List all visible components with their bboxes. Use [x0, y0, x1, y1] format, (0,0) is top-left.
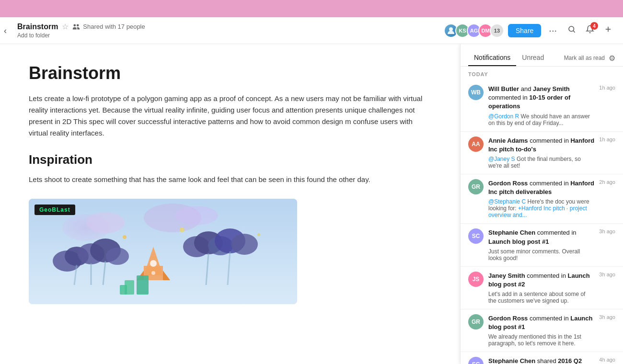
notif-time-2: 1h ago — [599, 136, 615, 169]
svg-point-14 — [106, 248, 129, 265]
svg-rect-33 — [120, 285, 127, 295]
notif-time-6: 3h ago — [599, 314, 615, 347]
mark-all-read-button[interactable]: Mark all as read — [564, 55, 605, 61]
search-icon — [567, 25, 576, 34]
notif-avatar-4: SC — [468, 228, 484, 244]
notification-item[interactable]: WB Will Butler and Janey Smith commented… — [461, 80, 623, 132]
shared-people-label: Shared with 17 people — [83, 23, 145, 30]
notif-avatar-5: JS — [468, 272, 484, 287]
main-area: Brainstorm Lets create a low-fi prototyp… — [0, 44, 623, 364]
notification-item[interactable]: GR Gordon Ross commented in Hanford Inc … — [461, 174, 623, 224]
notifications-settings-icon[interactable]: ⚙ — [609, 54, 615, 63]
plus-icon — [604, 25, 612, 34]
document-content: Brainstorm Lets create a low-fi prototyp… — [0, 44, 460, 364]
notifications-list: WB Will Butler and Janey Smith commented… — [461, 80, 623, 364]
svg-point-35 — [180, 228, 185, 232]
add-button[interactable] — [601, 23, 615, 38]
document-paragraph-2: Lets shoot to create something that has … — [29, 174, 431, 185]
svg-rect-32 — [137, 275, 149, 295]
notif-mention-2: @Janey S Got the final numbers, so we're… — [488, 156, 594, 169]
svg-point-1 — [569, 26, 574, 32]
add-to-folder-link[interactable]: Add to folder — [17, 32, 444, 39]
notif-body-5: Janey Smith commented in Launch blog pos… — [488, 272, 594, 304]
notification-item[interactable]: GR Gordon Ross commented in Launch blog … — [461, 309, 623, 352]
header-title-row: Brainstorm ☆ Shared with 17 people — [17, 22, 444, 31]
notif-time-3: 2h ago — [599, 179, 615, 218]
more-options-button[interactable]: ··· — [545, 23, 561, 38]
top-bar — [0, 0, 623, 17]
notif-avatar-6: GR — [468, 314, 484, 330]
people-icon — [72, 23, 80, 31]
notification-item[interactable]: SC Stephanie Chen shared 2016 Q2 goals w… — [461, 352, 623, 364]
notif-body-3: Gordon Ross commented in Hanford Inc pit… — [488, 179, 594, 218]
geo-blast-badge: GeoBLast — [35, 205, 75, 215]
svg-point-0 — [449, 27, 453, 31]
notif-body-6: Gordon Ross commented in Launch blog pos… — [488, 314, 594, 347]
notif-text-4: Stephanie Chen commented in Launch blog … — [488, 228, 594, 246]
svg-point-7 — [86, 212, 125, 233]
share-button[interactable]: Share — [508, 24, 541, 37]
notif-text-1: Will Butler and Janey Smith commented in… — [488, 85, 594, 111]
notif-avatar-1: WB — [468, 85, 484, 100]
svg-line-2 — [573, 31, 575, 32]
notif-time-4: 3h ago — [599, 228, 615, 261]
notification-item[interactable]: SC Stephanie Chen commented in Launch bl… — [461, 224, 623, 266]
notification-item[interactable]: JS Janey Smith commented in Launch blog … — [461, 267, 623, 309]
notif-mention-6: We already mentioned this in the 1st par… — [488, 333, 594, 347]
notif-body-4: Stephanie Chen commented in Launch blog … — [488, 228, 594, 261]
star-icon[interactable]: ☆ — [62, 22, 69, 31]
notif-avatar-3: GR — [468, 179, 484, 194]
header: ‹ Brainstorm ☆ Shared with 17 people Add… — [0, 17, 623, 44]
tab-notifications[interactable]: Notifications — [468, 50, 516, 66]
header-right: KS AG DM 13 Share ··· 4 — [444, 23, 615, 38]
notif-body-7: Stephanie Chen shared 2016 Q2 goals wrap… — [488, 357, 594, 364]
svg-point-19 — [231, 234, 258, 255]
notif-mention-1: @Gordon R We should have an answer on th… — [488, 113, 594, 126]
notification-item[interactable]: AA Annie Adams commented in Hanford Inc … — [461, 132, 623, 174]
notif-text-6: Gordon Ross commented in Launch blog pos… — [488, 314, 594, 331]
svg-point-36 — [257, 233, 260, 236]
notif-time-7: 4h ago — [599, 357, 615, 364]
svg-point-9 — [175, 206, 218, 225]
notification-badge: 4 — [590, 22, 598, 30]
notifications-today-label: TODAY — [461, 67, 623, 80]
notif-mention-4: Just some minor comments. Overall looks … — [488, 248, 594, 262]
notif-text-2: Annie Adams commented in Hanford Inc pit… — [488, 136, 594, 154]
document-paragraph-1: Lets create a low-fi prototype of a poly… — [29, 93, 431, 139]
notifications-panel: Notifications Unread Mark all as read ⚙ … — [460, 44, 623, 364]
notif-mention-5: Let's add in a sentence about some of th… — [488, 291, 594, 304]
notif-body-2: Annie Adams commented in Hanford Inc pit… — [488, 136, 594, 169]
shared-people-button[interactable]: Shared with 17 people — [72, 23, 145, 31]
notifications-header: Notifications Unread Mark all as read ⚙ — [461, 44, 623, 67]
tab-unread[interactable]: Unread — [516, 50, 550, 66]
notif-avatar-2: AA — [468, 136, 484, 152]
search-button[interactable] — [565, 23, 579, 38]
notif-text-3: Gordon Ross commented in Hanford Inc pit… — [488, 179, 594, 196]
notif-text-7: Stephanie Chen shared 2016 Q2 goals wrap… — [488, 357, 594, 364]
document-main-title: Brainstorm — [29, 63, 431, 83]
notif-text-5: Janey Smith commented in Launch blog pos… — [488, 272, 594, 289]
notifications-button[interactable]: 4 — [583, 23, 597, 38]
document-image: GeoBLast — [29, 199, 297, 304]
notifications-tab-actions: Mark all as read ⚙ — [564, 54, 615, 63]
back-button[interactable]: ‹ — [0, 23, 11, 37]
header-left: Brainstorm ☆ Shared with 17 people Add t… — [17, 22, 444, 39]
doc-title: Brainstorm — [17, 23, 58, 31]
notif-time-1: 1h ago — [599, 85, 615, 126]
avatar-count[interactable]: 13 — [490, 23, 504, 38]
notif-time-5: 3h ago — [599, 272, 615, 304]
notif-mention-3: @Stephanie C Here's the doc you were loo… — [488, 198, 594, 218]
document-section-title: Inspiration — [29, 152, 431, 167]
svg-point-30 — [151, 271, 155, 275]
notif-body-1: Will Butler and Janey Smith commented in… — [488, 85, 594, 126]
svg-point-29 — [150, 260, 157, 267]
notifications-tabs: Notifications Unread Mark all as read ⚙ — [468, 50, 615, 66]
svg-point-34 — [123, 235, 127, 239]
avatar-group: KS AG DM 13 — [444, 23, 504, 38]
notif-avatar-7: SC — [468, 357, 484, 364]
